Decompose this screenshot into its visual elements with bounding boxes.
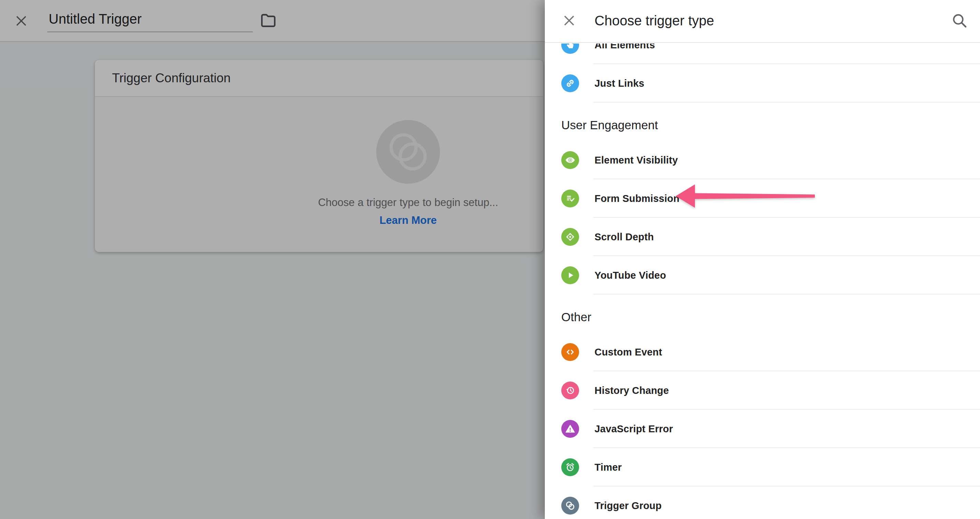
list-item-label: JavaScript Error: [595, 423, 673, 435]
list-item-element-visibility[interactable]: Element Visibility: [545, 141, 980, 179]
list-item-label: History Change: [595, 385, 669, 396]
list-item-custom-event[interactable]: Custom Event: [545, 333, 980, 371]
choose-trigger-type-panel: Choose trigger type All Elements: [545, 0, 980, 519]
list-item-timer[interactable]: Timer: [545, 448, 980, 486]
section-header-user-engagement: User Engagement: [545, 102, 980, 141]
play-icon: [561, 266, 579, 284]
section-header-other: Other: [545, 295, 980, 333]
search-icon: [951, 12, 968, 29]
overlapping-circles-icon: [561, 497, 579, 514]
alarm-clock-icon: [561, 459, 579, 476]
list-item-javascript-error[interactable]: JavaScript Error: [545, 410, 980, 448]
list-item-label: YouTube Video: [595, 270, 666, 281]
panel-header: Choose trigger type: [545, 0, 980, 43]
list-item-form-submission[interactable]: Form Submission: [545, 179, 980, 218]
hand-pointer-icon: [561, 43, 579, 54]
list-item-just-links[interactable]: Just Links: [545, 64, 980, 102]
trigger-type-list: All Elements Just Links User Engagemen: [545, 43, 980, 519]
list-item-label: Element Visibility: [595, 154, 678, 166]
search-button[interactable]: [951, 12, 968, 29]
eye-icon: [561, 151, 579, 169]
list-item-trigger-group[interactable]: Trigger Group: [545, 486, 980, 519]
panel-title: Choose trigger type: [595, 13, 714, 29]
list-item-youtube-video[interactable]: YouTube Video: [545, 256, 980, 295]
list-item-history-change[interactable]: History Change: [545, 371, 980, 410]
list-item-all-elements[interactable]: All Elements: [545, 43, 980, 64]
history-clock-icon: [561, 382, 579, 400]
form-check-icon: [561, 189, 579, 207]
list-item-scroll-depth[interactable]: Scroll Depth: [545, 218, 980, 256]
list-item-label: Timer: [595, 462, 622, 473]
list-item-label: Trigger Group: [595, 500, 662, 511]
close-icon: [560, 12, 578, 29]
list-item-label: All Elements: [595, 43, 655, 51]
list-item-label: Scroll Depth: [595, 231, 654, 243]
list-item-label: Just Links: [595, 78, 644, 89]
list-item-label: Form Submission: [595, 193, 679, 204]
gtm-trigger-editor-screen: Trigger Configuration Choose a trigger t…: [0, 0, 980, 519]
code-brackets-icon: [561, 343, 579, 361]
warning-triangle-icon: [561, 420, 579, 438]
close-panel-button[interactable]: [560, 12, 578, 29]
list-item-label: Custom Event: [595, 347, 662, 358]
link-icon: [561, 75, 579, 92]
scroll-arrows-icon: [561, 228, 579, 246]
